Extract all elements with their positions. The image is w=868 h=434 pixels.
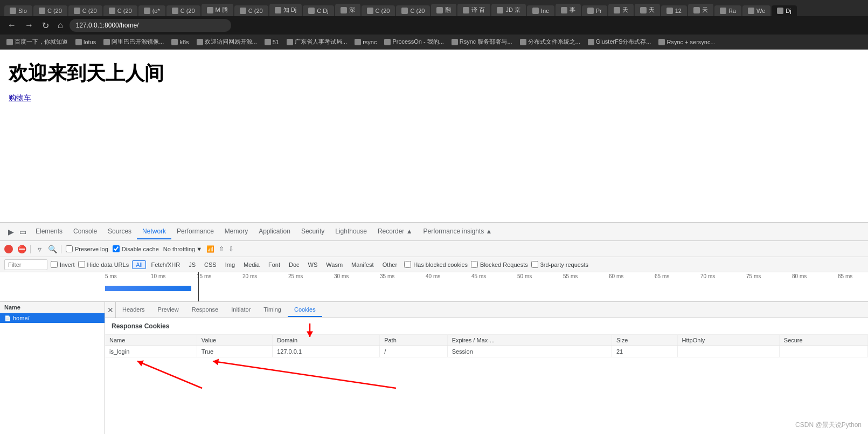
devtools-tab-elements[interactable]: Elements — [30, 224, 68, 239]
devtools-tab-performanceinsights▲[interactable]: Performance insights ▲ — [418, 224, 498, 239]
back-button[interactable]: ← — [5, 19, 18, 31]
browser-tab[interactable]: Ra — [714, 5, 741, 16]
wifi-icon[interactable]: 📶 — [206, 245, 214, 253]
filter-type-js[interactable]: JS — [185, 260, 199, 269]
cookies-row[interactable]: is_loginTrue127.0.0.1/Session21 — [105, 346, 868, 357]
browser-tab[interactable]: We — [742, 5, 770, 16]
name-row-home[interactable]: 📄 home/ — [0, 313, 105, 323]
browser-tab[interactable]: 天 — [608, 4, 634, 16]
filter-type-css[interactable]: CSS — [200, 260, 220, 269]
browser-tab[interactable]: 天 — [688, 4, 713, 16]
devtools-tab-console[interactable]: Console — [68, 224, 102, 239]
bookmark-item[interactable]: 51 — [262, 38, 281, 46]
details-tab-preview[interactable]: Preview — [151, 303, 185, 317]
browser-tab[interactable]: C (20 — [33, 5, 67, 16]
devtools-tab-performance[interactable]: Performance — [171, 224, 219, 239]
devtools-tab-lighthouse[interactable]: Lighthouse — [330, 224, 372, 239]
devtools-tab-security[interactable]: Security — [296, 224, 330, 239]
bookmark-item[interactable]: Rsync 服务部署与... — [449, 37, 515, 47]
browser-tab[interactable]: C (20 — [103, 5, 137, 16]
url-bar[interactable] — [70, 19, 231, 32]
browser-tab[interactable]: Dj — [772, 5, 796, 16]
browser-tab[interactable]: C Dj — [303, 5, 334, 16]
filter-input[interactable] — [4, 259, 47, 270]
devtools-tab-application[interactable]: Application — [253, 224, 296, 239]
hide-data-checkbox[interactable]: Hide data URLs — [78, 261, 129, 268]
bookmark-item[interactable]: 分布式文件系统之... — [518, 37, 582, 47]
hide-data-input[interactable] — [78, 261, 85, 268]
filter-type-wasm[interactable]: Wasm — [322, 260, 346, 269]
export-icon[interactable]: ⇩ — [228, 245, 234, 253]
import-icon[interactable]: ⇧ — [219, 245, 224, 253]
browser-tab[interactable]: 12 — [661, 5, 687, 16]
bookmark-item[interactable]: ProcessOn - 我的... — [382, 37, 446, 47]
browser-tab[interactable]: 译 百 — [457, 4, 490, 16]
devtools-tab-network[interactable]: Network — [137, 224, 171, 239]
filter-type-all[interactable]: All — [132, 260, 146, 269]
disable-cache-input[interactable] — [113, 245, 120, 252]
browser-tab[interactable]: (o* — [138, 5, 165, 16]
devtools-tab-memory[interactable]: Memory — [219, 224, 253, 239]
filter-type-doc[interactable]: Doc — [285, 260, 303, 269]
browser-tab[interactable]: 天 — [635, 4, 660, 16]
bookmark-item[interactable]: 百度一下，你就知道 — [4, 37, 70, 47]
third-party-checkbox[interactable]: 3rd-party requests — [531, 261, 588, 268]
details-tab-headers[interactable]: Headers — [116, 303, 151, 317]
record-button[interactable] — [4, 245, 13, 253]
third-party-input[interactable] — [531, 261, 538, 268]
browser-tab[interactable]: JD 京 — [491, 4, 526, 16]
filter-type-media[interactable]: Media — [240, 260, 263, 269]
filter-type-fetch/xhr[interactable]: Fetch/XHR — [147, 260, 184, 269]
cart-link[interactable]: 购物车 — [9, 93, 31, 102]
bookmark-item[interactable]: 广东省人事考试局... — [284, 37, 349, 47]
browser-tab[interactable]: C (20 — [396, 5, 430, 16]
preserve-log-checkbox[interactable]: Preserve log — [66, 245, 108, 252]
bookmark-item[interactable]: lotus — [73, 38, 98, 46]
browser-tab[interactable]: C (20 — [234, 5, 268, 16]
browser-tab[interactable]: Pr — [582, 5, 607, 16]
details-tab-initiator[interactable]: Initiator — [225, 303, 257, 317]
filter-type-manifest[interactable]: Manifest — [348, 260, 378, 269]
details-tab-timing[interactable]: Timing — [257, 303, 288, 317]
close-tab-button[interactable]: ✕ — [105, 302, 116, 318]
browser-tab[interactable]: Inc — [527, 5, 554, 16]
blocked-requests-input[interactable] — [471, 261, 478, 268]
devtools-tab-recorder▲[interactable]: Recorder ▲ — [372, 224, 418, 239]
blocked-cookies-checkbox[interactable]: Has blocked cookies — [404, 261, 468, 268]
bookmark-item[interactable]: GlusterFS分布式存... — [586, 37, 654, 47]
disable-cache-checkbox[interactable]: Disable cache — [113, 245, 159, 252]
home-button[interactable]: ⌂ — [55, 19, 65, 31]
filter-type-font[interactable]: Font — [265, 260, 284, 269]
device-icon[interactable]: ▭ — [18, 228, 27, 236]
browser-tab[interactable]: C (20 — [362, 5, 395, 16]
details-tab-response[interactable]: Response — [185, 303, 225, 317]
browser-tab[interactable]: 翻 — [431, 4, 456, 16]
filter-icon[interactable]: ▿ — [35, 245, 44, 253]
browser-tab[interactable]: M 腾 — [202, 4, 233, 16]
browser-tab[interactable]: Slo — [4, 5, 32, 16]
reload-button[interactable]: ↻ — [40, 19, 51, 32]
filter-type-img[interactable]: Img — [221, 260, 239, 269]
browser-tab[interactable]: C (20 — [166, 5, 200, 16]
bookmark-item[interactable]: rsync — [352, 38, 379, 46]
bookmark-item[interactable]: k8s — [169, 38, 191, 46]
filter-type-other[interactable]: Other — [379, 260, 401, 269]
blocked-requests-checkbox[interactable]: Blocked Requests — [471, 261, 528, 268]
clear-button[interactable]: ⛔ — [17, 245, 26, 253]
browser-tab[interactable]: 事 — [555, 4, 581, 16]
filter-type-ws[interactable]: WS — [304, 260, 322, 269]
inspect-icon[interactable]: ▶ — [6, 228, 15, 236]
invert-input[interactable] — [51, 261, 58, 268]
blocked-cookies-input[interactable] — [404, 261, 411, 268]
bookmark-item[interactable]: 阿里巴巴开源镜像... — [101, 37, 166, 47]
details-tab-cookies[interactable]: Cookies — [288, 303, 322, 317]
forward-button[interactable]: → — [23, 19, 36, 31]
browser-tab[interactable]: 知 Dj — [269, 4, 302, 16]
browser-tab[interactable]: 深 — [335, 4, 360, 16]
bookmark-item[interactable]: 欢迎访问网易开源... — [195, 37, 259, 47]
invert-checkbox[interactable]: Invert — [51, 261, 75, 268]
preserve-log-input[interactable] — [66, 245, 73, 252]
devtools-tab-sources[interactable]: Sources — [102, 224, 137, 239]
search-icon[interactable]: 🔍 — [48, 245, 57, 253]
throttle-select[interactable]: No throttling ▼ — [163, 246, 202, 252]
